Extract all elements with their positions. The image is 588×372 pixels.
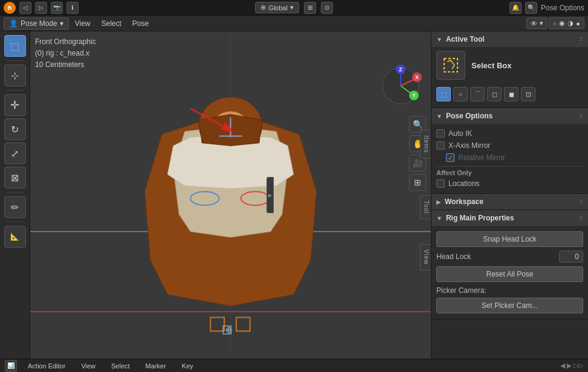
set-picker-camera-btn[interactable]: Set Picker Cam... [436, 298, 583, 313]
info-btn[interactable]: ℹ [66, 2, 79, 14]
main-area: ⬚ ⊹ ✛ ↻ ⤢ ⊠ ✏ 📐 Front Orthographic (0) r… [0, 31, 588, 359]
snap-head-lock-btn[interactable]: Snap Head Lock [436, 231, 583, 247]
rig-main-section: ▼ Rig Main Properties ⠿ Snap Head Lock H… [431, 210, 588, 319]
rig-main-header[interactable]: ▼ Rig Main Properties ⠿ [431, 210, 588, 226]
chevron-down-icon: ▾ [540, 19, 543, 27]
viewport-shading-btn[interactable]: ○ ◉ ◑ ● [549, 18, 584, 29]
blender-logo[interactable]: B [4, 2, 16, 14]
timeline-select[interactable]: Select [106, 361, 135, 371]
top-bar: B ◁ ▷ 📷 ℹ ⊕ Global ▾ ⊞ ⊙ 🔔 🔍 Pose Option… [0, 0, 588, 16]
toolbar-separator-3 [6, 192, 24, 193]
shading-icon4: ● [576, 20, 580, 27]
menu-pose[interactable]: Pose [128, 18, 153, 30]
auto-ik-label: Auto IK [448, 129, 472, 138]
pose-options-label: Pose Options [541, 4, 584, 12]
undo-btn[interactable]: ◁ [19, 2, 31, 14]
locations-checkbox[interactable] [436, 179, 445, 188]
active-tool-section: ▼ Active Tool ⠿ Select Box [431, 31, 588, 108]
tool-annotate[interactable]: ✏ [4, 196, 26, 218]
relative-mirror-row: Relative Mirror [436, 152, 583, 164]
svg-rect-16 [236, 318, 250, 332]
toolbar-separator-2 [6, 90, 24, 91]
pose-options-section: ▼ Pose Options ⠿ Auto IK X-Axis Mirror [431, 108, 588, 194]
select-mode-circle[interactable]: ○ [453, 87, 468, 101]
tool-transform[interactable]: ⊠ [4, 167, 26, 188]
timeline-editor-label[interactable]: Action Editor [23, 361, 70, 371]
active-tool-header[interactable]: ▼ Active Tool ⠿ [431, 31, 588, 47]
top-bar-middle: ⊕ Global ▾ ⊞ ⊙ [83, 2, 505, 14]
tool-select-box[interactable]: ⬚ [4, 35, 26, 57]
reset-all-pose-btn[interactable]: Reset All Pose [436, 266, 583, 282]
shading-icon3: ◑ [567, 19, 573, 27]
relative-mirror-label: Relative Mirror [458, 153, 505, 162]
menu-view[interactable]: View [70, 18, 95, 30]
view-tab[interactable]: View [420, 244, 431, 271]
active-tool-title: Active Tool [446, 35, 575, 43]
select-mode-toggle2[interactable]: ◼ [504, 87, 519, 101]
select-mode-box[interactable]: ⬚ [436, 87, 451, 101]
snap-toggle[interactable]: ⊞ [304, 2, 316, 14]
tool-display: Select Box [436, 51, 583, 83]
left-toolbar: ⬚ ⊹ ✛ ↻ ⤢ ⊠ ✏ 📐 [0, 31, 30, 359]
workspace-header[interactable]: ▶ Workspace ⠿ [431, 194, 588, 210]
gizmo-svg: Z Y X [376, 62, 425, 110]
toolbar-separator-1 [6, 60, 24, 61]
shading-icon2: ◉ [559, 19, 565, 27]
scene-settings[interactable]: 🔔 [509, 2, 522, 14]
proportional-edit[interactable]: ⊙ [321, 2, 333, 14]
viewport-scene [30, 31, 431, 351]
timeline-bar: 📊 Action Editor View Select Marker Key ◀… [0, 359, 588, 372]
x-axis-mirror-label: X-Axis Mirror [448, 141, 490, 150]
tool-measure[interactable]: 📐 [4, 226, 26, 248]
viewport-overlay-btn[interactable]: 👁 ▾ [526, 18, 548, 29]
right-panel-toggle[interactable]: ▶ [267, 177, 274, 213]
mode-chevron: ▾ [60, 19, 63, 28]
timeline-marker[interactable]: Marker [141, 361, 171, 371]
grid-btn[interactable]: ⊞ [409, 174, 426, 191]
shading-icon: ○ [553, 20, 557, 27]
viewport-gizmo[interactable]: Z Y X [376, 62, 425, 110]
tool-rotate[interactable]: ↻ [4, 118, 26, 140]
select-mode-toggle1[interactable]: ◻ [487, 87, 502, 101]
timeline-view[interactable]: View [76, 361, 100, 371]
auto-ik-checkbox[interactable] [436, 129, 445, 138]
timeline-key[interactable]: Key [177, 361, 198, 371]
menu-select[interactable]: Select [97, 18, 126, 30]
svg-text:X: X [415, 74, 419, 80]
tool-cursor[interactable]: ⊹ [4, 65, 26, 86]
picker-camera-label: Picker Camera: [436, 284, 583, 296]
tool-tab[interactable]: Tool [420, 195, 431, 219]
rig-main-content: Snap Head Lock Head Lock 0 Reset All Pos… [431, 226, 588, 319]
pose-options-header[interactable]: ▼ Pose Options ⠿ [431, 108, 588, 124]
tool-scale[interactable]: ⤢ [4, 143, 26, 164]
timeline-mode-btn[interactable]: 📊 [5, 360, 17, 372]
right-panel: ▼ Active Tool ⠿ Select Box [431, 31, 588, 359]
x-axis-mirror-checkbox[interactable] [436, 141, 445, 150]
workspace-section: ▶ Workspace ⠿ [431, 194, 588, 210]
redo-btn[interactable]: ▷ [35, 2, 47, 14]
eye-icon: 👁 [531, 20, 537, 27]
select-mode-toggle3[interactable]: ⊡ [521, 87, 535, 101]
svg-text:Z: Z [399, 66, 402, 72]
mode-selector[interactable]: 👤 Pose Mode ▾ [4, 18, 69, 30]
active-tool-arrow: ▼ [436, 36, 442, 43]
search-btn[interactable]: 🔍 [525, 2, 537, 14]
toolbar-separator-4 [6, 222, 24, 222]
relative-mirror-checkbox[interactable] [446, 153, 454, 162]
locations-row: Locations [436, 178, 583, 190]
top-bar-left: B ◁ ▷ 📷 ℹ [4, 2, 79, 14]
active-tool-dots: ⠿ [579, 36, 583, 43]
chevron-down-icon: ▾ [290, 4, 294, 11]
top-bar-right: 🔔 🔍 Pose Options [509, 2, 584, 14]
workspace-dots: ⠿ [579, 199, 583, 205]
pose-options-dots: ⠿ [579, 113, 583, 120]
render-btn[interactable]: 📷 [51, 2, 63, 14]
viewport[interactable]: Front Orthographic (0) rig : c_head.x 10… [30, 31, 431, 359]
transform-orientation[interactable]: ⊕ Global ▾ [255, 2, 299, 13]
tool-move[interactable]: ✛ [4, 94, 26, 116]
head-lock-value[interactable]: 0 [559, 251, 583, 263]
select-mode-lasso[interactable]: ⌒ [470, 87, 485, 101]
affect-only-header: Affect Only [436, 169, 583, 176]
timeline-frame-info: ◀ ▶ ▷▷ [560, 362, 583, 370]
items-tab[interactable]: Items [420, 130, 431, 158]
